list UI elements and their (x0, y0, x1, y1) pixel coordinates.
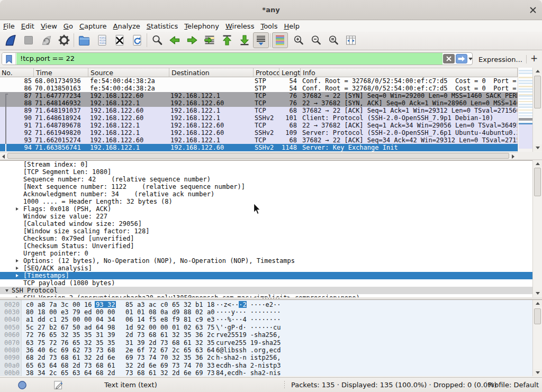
hex-byte[interactable]: 35 (73, 331, 81, 339)
hex-byte[interactable]: f5 (149, 316, 157, 323)
menu-file[interactable]: File (0, 21, 18, 31)
hex-byte[interactable]: 36 (195, 331, 204, 339)
scroll-thumb[interactable] (534, 308, 541, 324)
hex-byte[interactable]: 65 (49, 331, 58, 339)
ascii-char[interactable]: < (228, 301, 231, 308)
hex-byte[interactable]: 35 (184, 354, 192, 361)
hex-byte[interactable]: ed (84, 308, 93, 316)
hex-byte[interactable]: 61 (73, 354, 81, 361)
ascii-char[interactable]: h (266, 339, 269, 347)
filter-add-button[interactable]: + (530, 53, 538, 63)
ascii-char[interactable]: · (235, 316, 239, 323)
ascii-char[interactable]: 2 (228, 331, 231, 339)
ascii-char[interactable]: · (258, 308, 261, 316)
hex-byte[interactable]: 2d (73, 362, 81, 369)
ascii-char[interactable]: 3 (277, 362, 281, 369)
expander-closed-icon[interactable] (16, 274, 19, 277)
hex-row-0090[interactable]: 0090682d736861322d6e697374703235362ch-sh… (0, 354, 532, 361)
capture-comment-icon[interactable] (53, 380, 65, 390)
ascii-char[interactable]: · (220, 316, 223, 323)
ascii-char[interactable]: e (269, 347, 273, 354)
hex-byte[interactable]: 65 (61, 369, 69, 376)
hex-byte[interactable]: 2d (125, 331, 134, 339)
hex-byte[interactable]: 00 (96, 308, 104, 316)
ascii-char[interactable]: 1 (239, 331, 242, 339)
hex-byte[interactable]: 39 (137, 339, 146, 347)
zoom-in-icon[interactable] (292, 34, 305, 47)
ascii-char[interactable]: · (223, 324, 227, 331)
hex-byte[interactable]: 34 (38, 369, 46, 376)
ascii-char[interactable]: · (266, 324, 269, 331)
ascii-char[interactable]: P (231, 324, 235, 331)
ascii-char[interactable]: · (231, 316, 235, 323)
hex-byte[interactable]: 85 (125, 301, 134, 308)
ascii-char[interactable]: h (258, 331, 261, 339)
hex-byte[interactable]: 6c (49, 347, 58, 354)
hex-byte[interactable]: 31 (96, 331, 104, 339)
ascii-char[interactable]: h (239, 362, 242, 369)
ascii-char[interactable]: \ (216, 324, 220, 331)
ascii-char[interactable]: · (250, 324, 254, 331)
intelligent-scrollbar-map[interactable] (518, 68, 532, 152)
hex-byte[interactable]: 32 (61, 331, 69, 339)
scroll-down-button[interactable] (534, 290, 542, 297)
hex-byte[interactable]: 00 (149, 324, 157, 331)
hex-byte[interactable]: 64 (84, 369, 93, 376)
hex-byte[interactable]: 27 (38, 324, 46, 331)
hex-byte[interactable]: 79 (73, 308, 81, 316)
hex-byte[interactable]: 25 (61, 316, 69, 323)
menu-statistics[interactable]: Statistics (143, 21, 181, 31)
hex-byte[interactable]: c0 (26, 301, 34, 308)
ascii-char[interactable]: r (223, 339, 227, 347)
ascii-char[interactable]: · (242, 308, 246, 316)
hex-byte[interactable]: 67 (160, 347, 169, 354)
hex-byte[interactable]: 00 (160, 324, 169, 331)
hex-row-0050[interactable]: 00505c27b26750ad64981d92000001026375\'·g… (0, 324, 532, 331)
ascii-char[interactable]: · (266, 316, 269, 323)
hex-row-0030[interactable]: 0030801800e379ed00000101080ad98802a0····… (0, 308, 532, 316)
ascii-char[interactable]: 9 (254, 339, 258, 347)
hex-byte[interactable]: 40 (38, 347, 46, 354)
ascii-char[interactable]: 5 (235, 331, 239, 339)
scroll-left-button[interactable] (1, 153, 7, 159)
detail-row[interactable]: [Stream index: 0] (0, 161, 532, 168)
ascii-char[interactable]: e (216, 362, 220, 369)
ascii-char[interactable]: d (239, 324, 242, 331)
ascii-char[interactable]: t (269, 362, 273, 369)
hex-byte[interactable]: 3c (61, 301, 69, 308)
hex-byte[interactable]: 69 (195, 369, 204, 376)
ascii-char[interactable]: 6 (273, 354, 277, 361)
hex-byte[interactable]: 32 (125, 362, 134, 369)
ascii-char[interactable]: 5 (269, 331, 273, 339)
hex-byte[interactable]: 74 (184, 362, 192, 369)
hex-byte[interactable]: 35 (96, 339, 104, 347)
hex-byte[interactable]: ac (149, 301, 157, 308)
ascii-char[interactable]: 9 (242, 331, 246, 339)
ascii-char[interactable]: · (254, 324, 258, 331)
ascii-char[interactable]: · (254, 308, 258, 316)
ascii-char[interactable]: - (258, 339, 261, 347)
ascii-char[interactable]: · (261, 308, 265, 316)
hex-byte[interactable]: 36 (195, 354, 204, 361)
hex-byte[interactable]: 63 (26, 339, 34, 347)
scroll-thumb[interactable] (534, 168, 541, 196)
ascii-char[interactable]: 2 (273, 339, 277, 347)
hex-row-0020[interactable]: 0020c0a87a3c0016933285a3acc06532b118··z<… (0, 301, 532, 308)
hex-byte[interactable]: 32 (184, 301, 192, 308)
go-last-icon[interactable] (238, 34, 251, 47)
ascii-char[interactable]: h (254, 369, 258, 376)
ascii-char[interactable]: g (228, 324, 231, 331)
ascii-char[interactable]: d (223, 362, 227, 369)
hex-byte[interactable]: 63 (73, 369, 81, 376)
ascii-char[interactable]: - (266, 369, 269, 376)
hex-byte[interactable]: 93 (96, 301, 104, 308)
hex-byte[interactable]: 63 (38, 362, 46, 369)
hex-byte[interactable]: 63 (195, 324, 204, 331)
expression-button[interactable]: Expression... (478, 56, 522, 63)
hex-byte[interactable]: 64 (207, 347, 215, 354)
auto-scroll-icon[interactable] (253, 32, 269, 48)
menu-capture[interactable]: Capture (76, 21, 110, 31)
hex-byte[interactable]: 00 (73, 301, 81, 308)
hex-byte[interactable]: 81 (184, 316, 192, 323)
hex-byte[interactable]: 7a (49, 301, 58, 308)
